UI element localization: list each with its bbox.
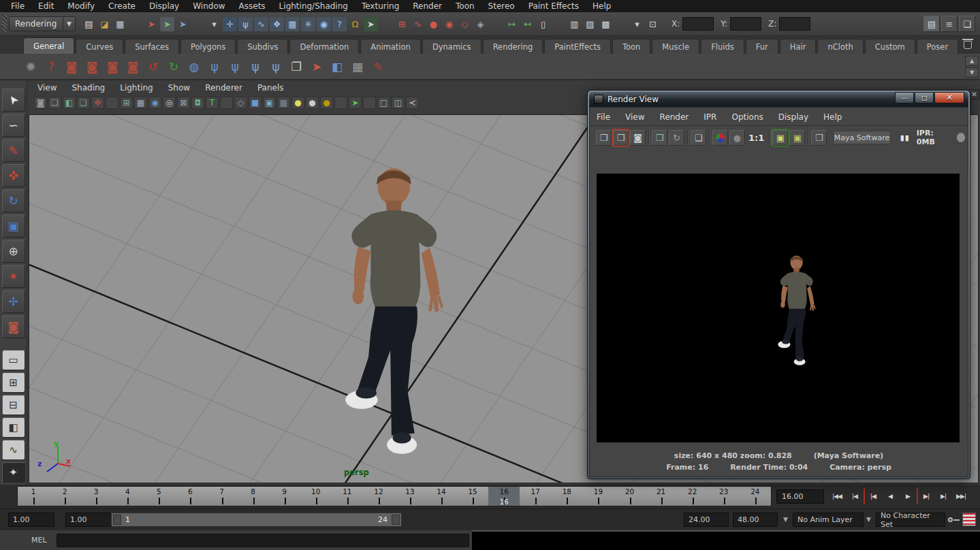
ipr-render-icon[interactable]: ❒ xyxy=(652,130,667,146)
layout-outliner-persp[interactable]: ◧ xyxy=(2,417,25,438)
vp-menu-shading[interactable]: Shading xyxy=(72,83,105,93)
select-hierarchy-icon[interactable]: ➤ xyxy=(144,17,159,31)
shelf-tab-fluids[interactable]: Fluids xyxy=(701,39,744,54)
input-connections-icon[interactable]: ↦ xyxy=(505,17,519,31)
snap-projected-center-icon[interactable]: ◉ xyxy=(442,17,456,31)
field-chart-icon[interactable]: ⊠ xyxy=(177,97,190,109)
separator[interactable] xyxy=(768,130,771,146)
separator[interactable] xyxy=(106,97,118,109)
help-line-icon[interactable]: ? xyxy=(42,57,61,76)
timeline-frame-cell[interactable]: 7 xyxy=(206,487,237,506)
timeline-frame-cell[interactable]: 3 xyxy=(80,487,112,506)
playback-end-field[interactable]: 24.00 xyxy=(684,513,729,527)
snap-grid-icon[interactable]: ⊞ xyxy=(395,17,409,31)
isolate-select-icon[interactable]: □ xyxy=(377,97,390,109)
chevron-down-icon[interactable]: ▼ xyxy=(63,17,75,31)
compositing-icon[interactable]: ◫ xyxy=(392,97,405,109)
display-real-size-label[interactable]: 1:1 xyxy=(746,130,766,146)
separator[interactable] xyxy=(220,97,233,109)
renderer-selector[interactable]: Maya Software xyxy=(833,131,890,144)
render-current-frame-icon[interactable]: ▥ xyxy=(567,17,582,31)
maximize-button[interactable]: □ xyxy=(915,92,934,103)
play-backwards-button[interactable]: ◀ xyxy=(881,488,899,504)
vp-menu-renderer[interactable]: Renderer xyxy=(205,83,242,93)
lasso-select-tool[interactable]: ∽ xyxy=(2,114,25,137)
rv-menu-help[interactable]: Help xyxy=(823,112,842,122)
camera-attributes-icon[interactable]: ❏ xyxy=(48,97,61,109)
undo-icon[interactable]: ↺ xyxy=(144,57,163,76)
hypergraph-icon[interactable]: ❐ xyxy=(287,57,306,76)
mel-input[interactable] xyxy=(57,534,469,547)
x-field[interactable] xyxy=(682,17,714,31)
shelf-tab-custom[interactable]: Custom xyxy=(865,39,915,54)
snap-view-plane-icon[interactable]: ◇ xyxy=(458,17,472,31)
rv-menu-ipr[interactable]: IPR xyxy=(704,112,716,122)
shelf-tab-poser[interactable]: Poser xyxy=(917,39,958,54)
separator[interactable] xyxy=(129,17,143,31)
image-plane-icon[interactable]: ❑ xyxy=(77,97,90,109)
timeline-frame-cell[interactable]: 15 xyxy=(457,487,488,506)
new-scene-icon[interactable]: ▤ xyxy=(82,17,96,31)
cluster-group-icon[interactable]: ψ xyxy=(225,57,244,76)
joint-icon[interactable]: ψ xyxy=(246,57,265,76)
y-field[interactable] xyxy=(730,17,761,31)
timeline-frame-cell[interactable]: 23 xyxy=(708,487,740,506)
timeline-frame-cell[interactable]: 17 xyxy=(520,487,551,506)
snap-point-icon[interactable]: ● xyxy=(426,17,441,31)
separator[interactable] xyxy=(806,130,810,146)
smooth-shade-icon[interactable]: ■ xyxy=(249,97,262,109)
bookmark-icon[interactable]: ◧ xyxy=(63,97,76,109)
timeline-frame-cell[interactable]: 20 xyxy=(614,487,645,506)
mask-handles-icon[interactable]: ✛ xyxy=(223,17,237,31)
tumble-camera-tool[interactable]: ◙ xyxy=(2,315,25,338)
pause-ipr-icon[interactable]: ▮▮ xyxy=(900,133,910,142)
select-tool[interactable]: ➤ xyxy=(2,88,25,112)
timeline-frame-cell[interactable]: 1 xyxy=(18,487,49,506)
shelf-tab-deformation[interactable]: Deformation xyxy=(289,39,359,54)
layout-persp-graph[interactable]: ∿ xyxy=(2,440,25,460)
step-forward-frame-button[interactable]: ▶| xyxy=(934,488,952,504)
textured-icon[interactable]: ▣ xyxy=(263,97,276,109)
attribute-editor-button[interactable]: ▤ xyxy=(923,16,940,32)
shelf-tab-rendering[interactable]: Rendering xyxy=(483,39,543,54)
redo-icon[interactable]: ↻ xyxy=(164,57,183,76)
open-render-settings-icon[interactable]: ❒ xyxy=(811,130,827,146)
menu-create[interactable]: Create xyxy=(101,0,142,12)
show-manipulator-tool[interactable]: ✢ xyxy=(2,290,25,313)
timeline-frame-cell[interactable]: 6 xyxy=(174,487,206,506)
shelf-tab-ncloth[interactable]: nCloth xyxy=(817,39,863,54)
rv-menu-display[interactable]: Display xyxy=(778,112,808,122)
camera-select-icon[interactable]: ◙ xyxy=(34,97,47,109)
wireframe-icon[interactable]: ◇ xyxy=(234,97,247,109)
separator[interactable] xyxy=(191,17,206,31)
animation-preferences-icon[interactable] xyxy=(962,513,976,526)
default-light-icon[interactable]: ● xyxy=(291,97,304,109)
play-forward-button[interactable]: ▶ xyxy=(899,488,917,504)
menu-file[interactable]: File xyxy=(4,0,31,12)
separator[interactable] xyxy=(334,97,347,109)
menu-stereo[interactable]: Stereo xyxy=(481,0,522,12)
separator[interactable] xyxy=(647,130,650,146)
camera-fly-icon[interactable]: ◙ xyxy=(123,57,142,76)
safe-title-icon[interactable]: T xyxy=(206,97,219,109)
anim-layer-selector[interactable]: No Anim Layer xyxy=(793,513,864,527)
menu-toon[interactable]: Toon xyxy=(449,0,481,12)
menu-lighting-shading[interactable]: Lighting/Shading xyxy=(272,0,355,12)
range-end-handle[interactable] xyxy=(392,515,400,525)
separator[interactable] xyxy=(489,17,503,31)
vp-menu-view[interactable]: View xyxy=(37,83,57,93)
joint-chain-icon[interactable]: ψ xyxy=(266,57,285,76)
separator[interactable] xyxy=(363,97,376,109)
timeline-frame-cell[interactable]: 9 xyxy=(269,487,300,506)
timeline-frame-cell[interactable]: 4 xyxy=(112,487,143,506)
menu-assets[interactable]: Assets xyxy=(232,0,272,12)
menu-modify[interactable]: Modify xyxy=(61,0,101,12)
timeline-frame-cell[interactable]: 11 xyxy=(332,487,363,506)
film-gate-icon[interactable]: ▦ xyxy=(134,97,147,109)
timeline-frame-cell[interactable]: 18 xyxy=(551,487,582,506)
all-lights-icon[interactable]: ● xyxy=(320,97,333,109)
close-button[interactable]: ✕ xyxy=(934,92,964,103)
safe-action-icon[interactable]: ◘ xyxy=(191,97,204,109)
pan-zoom-icon[interactable]: ✜ xyxy=(91,97,104,109)
shelf-tab-animation[interactable]: Animation xyxy=(360,39,421,54)
